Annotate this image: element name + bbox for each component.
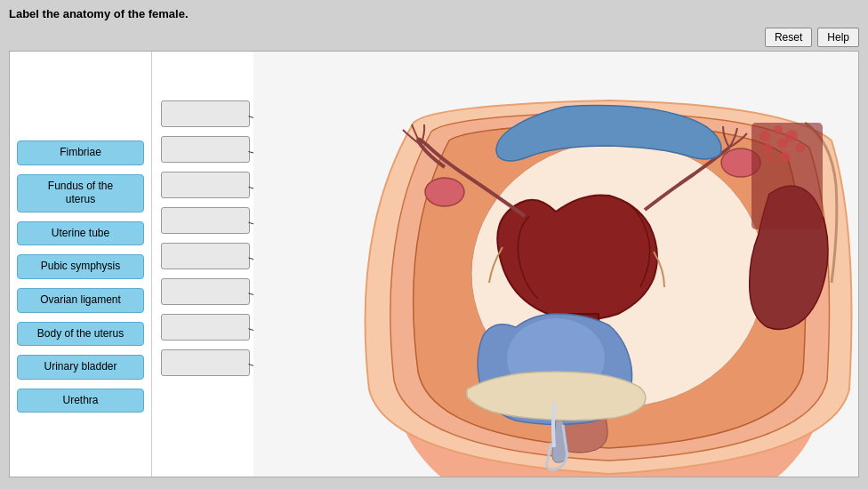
svg-point-23	[780, 151, 791, 162]
top-bar: Reset Help	[9, 28, 859, 47]
drop-box-3[interactable]	[161, 172, 250, 198]
svg-point-16	[760, 131, 770, 141]
label-fimbriae[interactable]: Fimbriae	[17, 140, 144, 165]
drop-box-6[interactable]	[161, 278, 250, 305]
main-panel: Fimbriae Fundus of theuterus Uterine tub…	[9, 51, 859, 477]
drop-box-5[interactable]	[161, 243, 250, 269]
anatomy-illustration	[253, 52, 858, 477]
reset-button[interactable]: Reset	[765, 28, 812, 47]
label-urinary-bladder[interactable]: Urinary bladder	[17, 355, 144, 380]
drop-box-7[interactable]	[161, 314, 250, 341]
svg-point-20	[777, 138, 788, 148]
drop-boxes-area	[161, 100, 250, 376]
drop-box-8[interactable]	[161, 349, 250, 376]
svg-point-17	[774, 125, 783, 134]
drop-box-2[interactable]	[161, 136, 250, 163]
page-container: Label the anatomy of the female. Reset H…	[0, 0, 868, 489]
help-button[interactable]: Help	[817, 28, 859, 47]
label-body-of-uterus[interactable]: Body of the uterus	[17, 322, 144, 347]
instruction-text: Label the anatomy of the female.	[9, 7, 859, 20]
label-uterine-tube[interactable]: Uterine tube	[17, 221, 144, 246]
svg-point-12	[425, 178, 464, 206]
svg-point-22	[766, 155, 773, 162]
drop-box-4[interactable]	[161, 207, 250, 234]
svg-point-19	[763, 143, 772, 152]
label-urethra[interactable]: Urethra	[17, 389, 144, 413]
label-ovarian-ligament[interactable]: Ovarian ligament	[17, 288, 144, 313]
labels-column: Fimbriae Fundus of theuterus Uterine tub…	[10, 52, 152, 477]
diagram-column	[152, 52, 858, 477]
label-pubic-symphysis[interactable]: Pubic symphysis	[17, 254, 144, 279]
svg-point-21	[796, 143, 805, 152]
label-fundus[interactable]: Fundus of theuterus	[17, 174, 144, 212]
drop-box-1[interactable]	[161, 100, 250, 127]
